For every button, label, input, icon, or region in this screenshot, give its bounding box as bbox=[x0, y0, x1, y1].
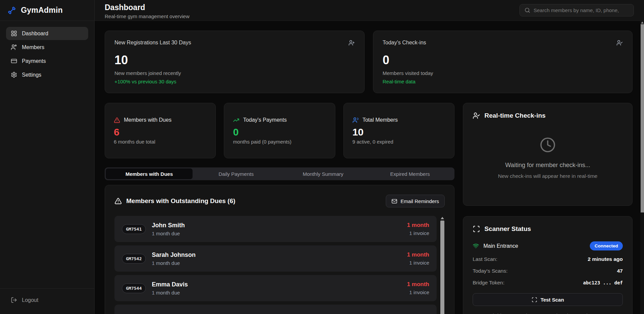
sidebar-item-label: Payments bbox=[22, 58, 46, 64]
email-reminders-label: Email Reminders bbox=[401, 198, 439, 204]
scrollbar-thumb[interactable] bbox=[440, 221, 444, 314]
member-months-due: 1 month bbox=[407, 251, 429, 258]
tab-members-with-dues[interactable]: Members with Dues bbox=[106, 168, 193, 179]
scanner-device-name: Main Entrance bbox=[483, 243, 518, 249]
card-new-registrations: New Registrations Last 30 Days 10 New me… bbox=[105, 31, 365, 93]
users-icon bbox=[352, 117, 359, 123]
info-label: Bridge Token: bbox=[473, 280, 505, 286]
scanner-status-panel: Scanner Status Main Entrance bbox=[463, 216, 633, 314]
sidebar: GymAdmin Dashboard M bbox=[0, 0, 95, 314]
card-title: New Registrations Last 30 Days bbox=[114, 40, 191, 46]
dumbbell-icon bbox=[7, 5, 17, 15]
scanner-panel-title: Scanner Status bbox=[484, 225, 531, 233]
stats-row-small: Members with Dues 6 6 months due total bbox=[105, 103, 454, 158]
test-scan-label: Test Scan bbox=[541, 297, 564, 303]
status-badge: Connected bbox=[590, 241, 623, 250]
member-name: Emma Davis bbox=[152, 281, 401, 288]
member-invoices: 1 invoice bbox=[407, 289, 429, 295]
stat-desc: 9 active, 0 expired bbox=[352, 139, 445, 145]
sidebar-footer: Logout bbox=[0, 288, 94, 314]
stat-desc: 6 months due total bbox=[114, 139, 207, 145]
waiting-text: Waiting for member check-ins... bbox=[505, 162, 590, 169]
member-name: Sarah Johnson bbox=[152, 251, 401, 259]
sidebar-item-label: Settings bbox=[22, 72, 41, 78]
stat-desc: New members joined recently bbox=[114, 70, 355, 76]
member-row[interactable]: GM7544 Emma Davis 1 month due 1 month 1 … bbox=[114, 275, 437, 301]
info-value: 2 minutes ago bbox=[588, 256, 623, 262]
stat-desc: Members visited today bbox=[383, 70, 623, 76]
credit-card-icon bbox=[11, 58, 17, 64]
content: New Registrations Last 30 Days 10 New me… bbox=[95, 21, 644, 314]
card-title: Today's Payments bbox=[243, 117, 286, 123]
page-heading: Dashboard Real-time gym management overv… bbox=[105, 3, 190, 19]
member-row[interactable]: GM7542 Sarah Johnson 1 month due 1 month… bbox=[114, 245, 437, 272]
sidebar-item-dashboard[interactable]: Dashboard bbox=[6, 27, 88, 40]
users-icon bbox=[11, 44, 17, 50]
card-todays-payments: Today's Payments 0 months paid (0 paymen… bbox=[224, 103, 335, 158]
mail-icon bbox=[392, 198, 397, 204]
right-column: Real-time Check-ins Waiting for member c… bbox=[463, 103, 633, 314]
checkins-panel-title: Real-time Check-ins bbox=[484, 112, 546, 119]
scanner-footnote: Scanner bridge connection status and tes… bbox=[473, 313, 623, 314]
scrollbar-thumb[interactable] bbox=[641, 24, 644, 212]
app-window: GymAdmin Dashboard M bbox=[0, 0, 644, 314]
member-id-badge: GM7542 bbox=[122, 254, 146, 264]
dues-panel-title: Members with Outstanding Dues (6) bbox=[126, 197, 235, 205]
hint-text: New check-ins will appear here in real-t… bbox=[498, 173, 597, 179]
logout-label: Logout bbox=[22, 297, 38, 303]
sidebar-item-label: Dashboard bbox=[22, 31, 48, 37]
member-id-badge: GM7544 bbox=[122, 283, 146, 293]
tab-bar: Members with Dues Daily Payments Monthly… bbox=[105, 167, 454, 180]
info-label: Last Scan: bbox=[473, 256, 497, 262]
sidebar-item-settings[interactable]: Settings bbox=[6, 68, 88, 81]
card-total-members: Total Members 10 9 active, 0 expired bbox=[343, 103, 454, 158]
info-label: Today's Scans: bbox=[473, 268, 508, 274]
page-subtitle: Real-time gym management overview bbox=[105, 13, 190, 19]
search-box[interactable] bbox=[519, 4, 634, 16]
gear-icon bbox=[11, 72, 17, 78]
member-list-scrollbar[interactable] bbox=[440, 216, 445, 314]
tab-daily-payments[interactable]: Daily Payments bbox=[193, 168, 279, 179]
main-area: Dashboard Real-time gym management overv… bbox=[95, 0, 644, 314]
stat-value: 0 bbox=[233, 126, 326, 138]
member-row[interactable]: GM7541 John Smith 1 month due 1 month 1 … bbox=[114, 216, 437, 242]
scrollbar-up-arrow[interactable] bbox=[441, 217, 444, 219]
info-value: abc123 ... def bbox=[583, 280, 623, 285]
page-scrollbar[interactable] bbox=[640, 21, 644, 314]
email-reminders-button[interactable]: Email Reminders bbox=[386, 195, 445, 207]
user-check-icon bbox=[473, 112, 480, 119]
member-months-due: 1 month bbox=[407, 222, 429, 229]
tab-monthly-summary[interactable]: Monthly Summary bbox=[280, 168, 367, 179]
sidebar-item-members[interactable]: Members bbox=[6, 41, 88, 54]
stat-trend: Real-time data bbox=[383, 79, 623, 84]
member-name: John Smith bbox=[152, 222, 401, 229]
info-value: 47 bbox=[617, 268, 623, 274]
topbar: Dashboard Real-time gym management overv… bbox=[95, 0, 644, 21]
dashboard-grid-icon bbox=[11, 30, 17, 37]
member-due: 1 month due bbox=[152, 290, 401, 296]
brand-title: GymAdmin bbox=[21, 6, 63, 15]
member-list: GM7541 John Smith 1 month due 1 month 1 … bbox=[114, 216, 445, 314]
stat-value: 6 bbox=[114, 126, 207, 138]
stat-value: 10 bbox=[114, 54, 355, 66]
test-scan-button[interactable]: Test Scan bbox=[473, 293, 623, 306]
scan-icon bbox=[532, 297, 537, 303]
logout-icon bbox=[11, 297, 17, 303]
stat-value: 10 bbox=[352, 126, 445, 138]
left-column: Members with Dues 6 6 months due total bbox=[105, 103, 454, 314]
member-due: 1 month due bbox=[152, 260, 401, 266]
sidebar-item-payments[interactable]: Payments bbox=[6, 54, 88, 68]
card-title: Total Members bbox=[363, 117, 398, 123]
card-title: Today's Check-ins bbox=[383, 40, 426, 46]
sidebar-item-label: Members bbox=[22, 44, 44, 50]
search-icon bbox=[524, 7, 530, 13]
tab-expired-members[interactable]: Expired Members bbox=[367, 168, 453, 179]
search-input[interactable] bbox=[534, 7, 629, 13]
trending-up-icon bbox=[233, 117, 239, 123]
member-row[interactable]: Alex Brown 1 month bbox=[114, 305, 437, 314]
member-invoices: 1 invoice bbox=[407, 230, 429, 236]
sidebar-spacer bbox=[0, 87, 94, 288]
logout-button[interactable]: Logout bbox=[6, 293, 88, 307]
scrollbar-up-arrow[interactable] bbox=[641, 22, 644, 24]
member-due: 1 month due bbox=[152, 231, 401, 236]
